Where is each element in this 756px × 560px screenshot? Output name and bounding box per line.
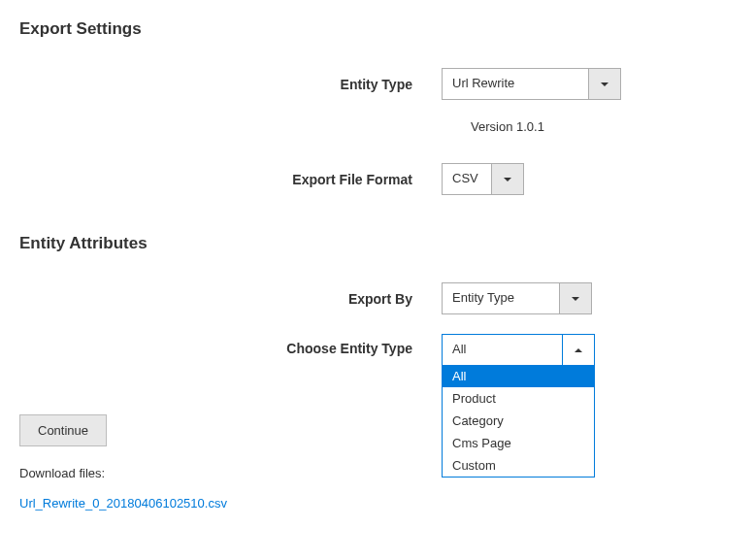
- dropdown-option-all[interactable]: All: [443, 365, 594, 387]
- dropdown-option-category[interactable]: Category: [443, 410, 594, 432]
- continue-button[interactable]: Continue: [19, 414, 107, 446]
- export-by-caret[interactable]: [559, 283, 591, 313]
- entity-type-label: Entity Type: [19, 77, 442, 92]
- choose-entity-type-dropdown: All Product Category Cms Page Custom: [442, 365, 595, 478]
- dropdown-option-cms-page[interactable]: Cms Page: [443, 432, 594, 454]
- entity-type-select[interactable]: Url Rewrite: [442, 68, 621, 100]
- export-file-format-caret[interactable]: [491, 164, 523, 194]
- download-files-label: Download files:: [19, 466, 737, 480]
- version-text: Version 1.0.1: [471, 119, 737, 134]
- chevron-up-icon: [575, 348, 582, 352]
- export-file-format-select[interactable]: CSV: [442, 163, 524, 195]
- export-by-select[interactable]: Entity Type: [442, 282, 592, 314]
- download-file-link[interactable]: Url_Rewrite_0_20180406102510.csv: [19, 496, 227, 511]
- export-by-control: Entity Type: [442, 282, 737, 314]
- export-by-label: Export By: [19, 291, 442, 307]
- entity-type-value: Url Rewrite: [443, 69, 588, 99]
- entity-type-row: Entity Type Url Rewrite: [19, 68, 737, 100]
- choose-entity-type-select[interactable]: All All Product Category Cms Page Custom: [442, 334, 595, 366]
- dropdown-option-product[interactable]: Product: [443, 387, 594, 410]
- choose-entity-type-control: All All Product Category Cms Page Custom: [442, 334, 737, 366]
- chevron-down-icon: [601, 82, 608, 86]
- entity-attributes-section: Entity Attributes Export By Entity Type …: [19, 234, 737, 366]
- export-by-value: Entity Type: [443, 283, 559, 313]
- choose-entity-type-label: Choose Entity Type: [19, 334, 442, 356]
- export-file-format-label: Export File Format: [19, 172, 442, 187]
- entity-attributes-title: Entity Attributes: [19, 234, 737, 253]
- choose-entity-type-row: Choose Entity Type All All Product Categ…: [19, 334, 737, 366]
- export-settings-section: Export Settings Entity Type Url Rewrite …: [19, 19, 737, 195]
- chevron-down-icon: [504, 178, 511, 181]
- choose-entity-type-caret[interactable]: [562, 335, 594, 365]
- chevron-down-icon: [572, 297, 579, 301]
- entity-type-caret[interactable]: [588, 69, 620, 99]
- export-settings-title: Export Settings: [19, 19, 737, 39]
- export-file-format-row: Export File Format CSV: [19, 163, 737, 195]
- export-by-row: Export By Entity Type: [19, 282, 737, 314]
- export-file-format-control: CSV: [442, 163, 737, 195]
- export-file-format-value: CSV: [443, 164, 491, 194]
- choose-entity-type-value: All: [443, 335, 562, 365]
- entity-type-control: Url Rewrite: [442, 68, 737, 100]
- dropdown-option-custom[interactable]: Custom: [443, 454, 594, 477]
